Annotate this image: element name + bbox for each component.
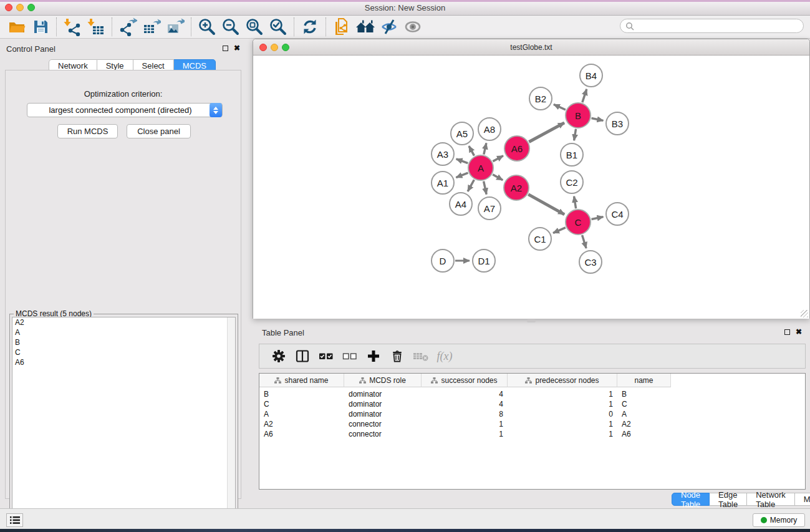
- graph-node-A5[interactable]: A5: [450, 122, 474, 145]
- window-resize-grip[interactable]: [801, 310, 808, 317]
- panel-splitter-handle[interactable]: [527, 319, 536, 322]
- import-network-icon[interactable]: [62, 17, 83, 37]
- column-header[interactable]: predecessor nodes: [508, 374, 617, 387]
- close-table-panel-icon[interactable]: ✖: [796, 327, 802, 336]
- export-table-icon[interactable]: [141, 17, 162, 37]
- export-image-icon[interactable]: [165, 17, 186, 37]
- graph-node-A1[interactable]: A1: [431, 171, 455, 195]
- column-header[interactable]: successor nodes: [422, 374, 508, 387]
- graph-node-B4[interactable]: B4: [579, 64, 603, 87]
- function-builder-icon[interactable]: f(x): [435, 347, 454, 365]
- show-columns-icon[interactable]: [293, 347, 312, 365]
- table-row[interactable]: Cdominator41C: [259, 399, 805, 409]
- graph-node-C2[interactable]: C2: [560, 170, 584, 194]
- first-neighbors-icon[interactable]: [355, 17, 376, 37]
- graph-node-C1[interactable]: C1: [528, 227, 552, 251]
- graph-node-A7[interactable]: A7: [478, 196, 501, 220]
- run-mcds-button[interactable]: Run MCDS: [57, 124, 118, 138]
- table-row[interactable]: A6connector11A6: [259, 429, 805, 439]
- result-list-item[interactable]: C: [12, 347, 235, 357]
- deselect-all-icon[interactable]: [340, 347, 359, 365]
- graph-edge[interactable]: [493, 175, 503, 180]
- graph-node-A4[interactable]: A4: [449, 192, 473, 216]
- delete-table-icon[interactable]: [412, 347, 430, 365]
- graph-node-B[interactable]: B: [565, 102, 591, 128]
- graph-edge[interactable]: [469, 146, 474, 155]
- show-graphics-details-icon[interactable]: [402, 17, 423, 37]
- graph-node-C4[interactable]: C4: [605, 202, 629, 226]
- column-header[interactable]: name: [617, 374, 671, 387]
- column-header[interactable]: MCDS role: [344, 374, 422, 387]
- float-panel-icon[interactable]: [223, 46, 228, 51]
- graph-node-A2[interactable]: A2: [503, 175, 529, 201]
- graph-node-A3[interactable]: A3: [431, 142, 455, 166]
- graph-edge[interactable]: [582, 235, 587, 248]
- close-panel-icon[interactable]: ✖: [234, 44, 240, 52]
- graph-edge[interactable]: [529, 123, 564, 142]
- graph-edge[interactable]: [574, 196, 576, 209]
- graph-node-B3[interactable]: B3: [605, 112, 629, 135]
- zoom-fit-icon[interactable]: [244, 17, 265, 37]
- graph-edge[interactable]: [574, 129, 576, 141]
- tab-network-table[interactable]: Network Table: [747, 493, 795, 506]
- graph-edge[interactable]: [484, 143, 486, 154]
- result-scrollbar[interactable]: [227, 317, 235, 521]
- graph-node-A8[interactable]: A8: [478, 117, 501, 141]
- zoom-selected-icon[interactable]: [268, 17, 289, 37]
- table-settings-icon[interactable]: [269, 347, 288, 365]
- graph-edge[interactable]: [553, 228, 566, 233]
- graph-node-D1[interactable]: D1: [472, 249, 496, 273]
- search-input[interactable]: [637, 22, 793, 31]
- network-window-titlebar[interactable]: testGlobe.txt: [253, 39, 809, 56]
- graph-node-C3[interactable]: C3: [579, 250, 602, 274]
- graph-node-D[interactable]: D: [431, 249, 455, 273]
- graph-node-B2[interactable]: B2: [529, 87, 552, 110]
- float-table-panel-icon[interactable]: [784, 329, 790, 335]
- graph-node-A[interactable]: A: [468, 155, 494, 181]
- graph-edge[interactable]: [592, 217, 604, 220]
- optimization-criterion-select[interactable]: largest connected component (directed): [27, 103, 223, 117]
- graph-edge[interactable]: [592, 118, 604, 120]
- table-row[interactable]: A2connector11A2: [259, 419, 805, 429]
- export-network-icon[interactable]: [117, 17, 138, 37]
- add-column-icon[interactable]: [364, 347, 383, 365]
- table-row[interactable]: Bdominator41B: [259, 389, 805, 399]
- select-all-icon[interactable]: [317, 347, 335, 365]
- tab-motifs[interactable]: Motifs: [795, 493, 810, 506]
- network-canvas[interactable]: AA1A2A3A4A5A6A7A8BB1B2B3B4CC1C2C3C4DD1: [253, 56, 809, 319]
- task-history-button[interactable]: [6, 513, 23, 527]
- result-list-item[interactable]: A2: [12, 317, 235, 327]
- graph-edge[interactable]: [468, 180, 474, 191]
- refresh-icon[interactable]: [299, 17, 321, 37]
- node-table[interactable]: shared name MCDS role successor nodes pr…: [259, 373, 806, 490]
- close-panel-button[interactable]: Close panel: [127, 124, 191, 138]
- memory-button[interactable]: Memory: [753, 513, 805, 527]
- save-session-icon[interactable]: [30, 17, 51, 37]
- open-session-icon[interactable]: [6, 17, 27, 37]
- mcds-result-list[interactable]: A2ABCA6: [12, 317, 236, 522]
- zoom-in-icon[interactable]: [196, 17, 218, 37]
- graph-edge[interactable]: [456, 159, 468, 163]
- import-table-icon[interactable]: [85, 17, 107, 37]
- hide-graphics-details-icon[interactable]: [378, 17, 400, 37]
- delete-column-icon[interactable]: [388, 347, 407, 365]
- graph-node-B1[interactable]: B1: [560, 143, 584, 167]
- graph-edge[interactable]: [484, 181, 487, 195]
- graph-edge[interactable]: [554, 104, 566, 110]
- new-network-from-selection-icon[interactable]: [331, 17, 352, 37]
- tab-edge-table[interactable]: Edge Table: [710, 493, 747, 506]
- tab-node-table[interactable]: Node Table: [672, 493, 710, 506]
- graph-edge[interactable]: [528, 195, 564, 215]
- zoom-out-icon[interactable]: [220, 17, 241, 37]
- result-list-item[interactable]: A6: [12, 357, 235, 367]
- graph-edge[interactable]: [493, 156, 503, 162]
- search-field[interactable]: [620, 19, 804, 33]
- graph-edge[interactable]: [456, 173, 468, 178]
- result-list-item[interactable]: A: [12, 327, 235, 337]
- graph-node-A6[interactable]: A6: [504, 135, 530, 162]
- table-row[interactable]: Adominator80A: [259, 409, 805, 419]
- result-list-item[interactable]: B: [12, 337, 235, 347]
- graph-edge[interactable]: [582, 89, 587, 102]
- column-header[interactable]: shared name: [259, 374, 344, 387]
- graph-node-C[interactable]: C: [565, 209, 591, 235]
